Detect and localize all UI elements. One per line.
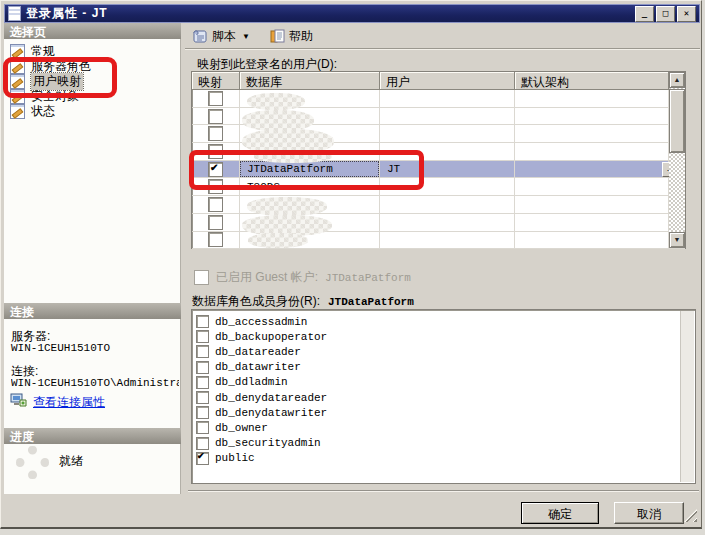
view-connection-properties-link[interactable]: 查看连接属性 <box>33 394 105 411</box>
role-checkbox[interactable] <box>196 391 209 404</box>
ok-button[interactable]: 确定 <box>521 502 599 524</box>
user-cell: JT <box>380 163 400 175</box>
script-button[interactable]: 脚本 ▼ <box>189 27 253 46</box>
schema-cell <box>515 125 669 142</box>
map-checkbox[interactable] <box>208 144 223 159</box>
progress-status: 就绪 <box>59 453 83 470</box>
sidebar-item-label: 状态 <box>31 103 55 120</box>
role-label: db_accessadmin <box>215 316 307 328</box>
role-item[interactable]: db_securityadmin <box>196 436 679 451</box>
schema-cell <box>515 196 669 213</box>
redaction-blur <box>247 93 305 110</box>
connection-header: 连接 <box>4 303 181 319</box>
column-header-map[interactable]: 映射 <box>192 72 240 90</box>
redaction-blur <box>247 197 327 216</box>
connection-properties-icon <box>10 393 27 408</box>
role-checkbox[interactable] <box>196 406 209 419</box>
script-icon <box>192 29 208 44</box>
user-cell <box>380 125 515 142</box>
sidebar-item-securables[interactable]: 安全对象 <box>10 89 79 104</box>
user-cell <box>380 178 515 195</box>
roles-scrollbar[interactable] <box>680 311 694 482</box>
map-checkbox[interactable] <box>208 109 223 124</box>
dialog-toolbar: 脚本 ▼ 帮助 <box>189 26 316 46</box>
role-item[interactable]: db_denydatawriter <box>196 405 679 420</box>
roles-membership-label-row: 数据库角色成员身份(R): JTDataPatform <box>192 293 414 310</box>
column-header-database[interactable]: 数据库 <box>240 72 380 90</box>
schema-cell <box>515 143 669 160</box>
login-properties-dialog: 登录属性 - JT _ □ ✕ 选择页 常规 服务器角色 用户映射 安全对象 状 <box>0 0 702 529</box>
user-mapping-table: 映射 数据库 用户 默认架构 <box>191 71 686 249</box>
map-checkbox[interactable] <box>208 91 223 106</box>
role-item[interactable]: db_accessadmin <box>196 314 679 329</box>
help-button[interactable]: 帮助 <box>267 27 316 46</box>
column-header-default-schema[interactable]: 默认架构 <box>515 72 669 90</box>
role-item[interactable]: db_backupoperator <box>196 329 679 344</box>
role-checkbox[interactable] <box>196 330 209 343</box>
role-checkbox[interactable] <box>196 421 209 434</box>
progress-spinner-icon <box>16 446 49 479</box>
schema-cell <box>515 178 669 195</box>
table-header-row: 映射 数据库 用户 默认架构 <box>192 72 685 90</box>
minimize-button[interactable]: _ <box>635 6 654 22</box>
database-roles-list: db_accessadmin db_backupoperator db_data… <box>191 309 696 484</box>
table-scrollbar[interactable]: ▲ ▼ <box>669 72 685 248</box>
role-item[interactable]: public <box>196 451 679 466</box>
role-item[interactable]: db_datawriter <box>196 360 679 375</box>
map-checkbox[interactable] <box>208 215 223 230</box>
scroll-up-icon[interactable]: ▲ <box>669 72 685 88</box>
role-item[interactable]: db_owner <box>196 420 679 435</box>
help-button-label: 帮助 <box>289 28 313 45</box>
sidebar-item-status[interactable]: 状态 <box>10 104 55 119</box>
role-checkbox[interactable] <box>196 345 209 358</box>
guest-enabled-checkbox <box>194 270 209 285</box>
page-icon <box>10 59 25 74</box>
sidebar-item-general[interactable]: 常规 <box>10 44 55 59</box>
map-checkbox[interactable] <box>208 197 223 212</box>
sidebar-item-server-roles[interactable]: 服务器角色 <box>10 59 91 74</box>
column-header-user[interactable]: 用户 <box>380 72 515 90</box>
guest-account-row: 已启用 Guest 帐户: JTDataPatform <box>194 269 411 286</box>
footer-separator <box>188 490 699 492</box>
map-checkbox[interactable] <box>208 126 223 141</box>
table-row[interactable]: T3ODS <box>192 178 685 196</box>
server-value: WIN-1CEUH1510TO <box>11 342 110 354</box>
role-item[interactable]: db_denydatareader <box>196 390 679 405</box>
map-checkbox-checked[interactable] <box>208 162 223 177</box>
role-label: db_datareader <box>215 346 301 358</box>
role-checkbox[interactable] <box>196 437 209 450</box>
role-checkbox-checked[interactable] <box>196 452 209 465</box>
map-checkbox[interactable] <box>208 179 223 194</box>
user-cell <box>380 108 515 125</box>
sidebar-item-user-mapping[interactable]: 用户映射 <box>10 74 83 89</box>
role-label: db_ddladmin <box>215 376 288 388</box>
role-checkbox[interactable] <box>196 315 209 328</box>
table-row-selected[interactable]: JTDataPatform JT . . . <box>192 161 685 179</box>
schema-cell <box>515 108 669 125</box>
redaction-blur <box>242 110 314 131</box>
close-button[interactable]: ✕ <box>677 6 696 22</box>
scroll-down-icon[interactable]: ▼ <box>669 232 685 248</box>
guest-enabled-label: 已启用 Guest 帐户: <box>216 269 318 286</box>
role-label: db_datawriter <box>215 361 301 373</box>
user-cell <box>380 143 515 160</box>
role-checkbox[interactable] <box>196 361 209 374</box>
user-cell <box>380 90 515 107</box>
cancel-button[interactable]: 取消 <box>614 502 684 524</box>
scrollbar-thumb[interactable] <box>669 89 685 153</box>
role-item[interactable]: db_ddladmin <box>196 375 679 390</box>
schema-cell <box>515 232 669 249</box>
role-label: db_denydatareader <box>215 392 327 404</box>
redaction-blur <box>254 150 332 163</box>
map-checkbox[interactable] <box>208 232 223 247</box>
role-checkbox[interactable] <box>196 376 209 389</box>
schema-cell <box>515 90 669 107</box>
toolbar-separator <box>185 48 700 50</box>
screen: 登录属性 - JT _ □ ✕ 选择页 常规 服务器角色 用户映射 安全对象 状 <box>0 0 705 535</box>
maximize-button[interactable]: □ <box>656 6 675 22</box>
role-item[interactable]: db_datareader <box>196 344 679 359</box>
login-connection-value: WIN-1CEUH1510TO\Administrat <box>11 377 179 389</box>
roles-membership-label: 数据库角色成员身份(R): <box>192 293 320 310</box>
roles-database-value: JTDataPatform <box>328 296 414 308</box>
resize-grip[interactable] <box>684 509 697 522</box>
